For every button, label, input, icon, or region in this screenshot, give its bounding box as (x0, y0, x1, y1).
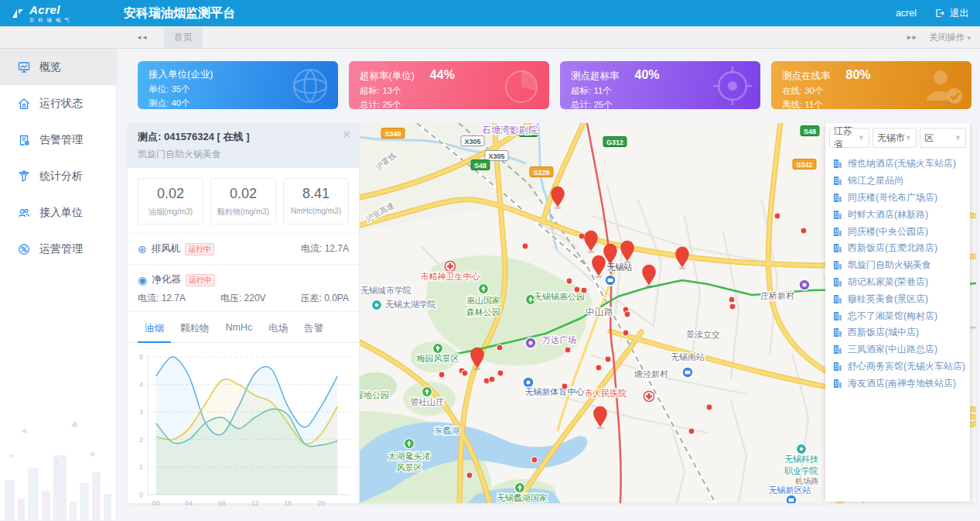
map-poi-tree-icon (515, 483, 525, 493)
poi-list-item[interactable]: 西新饭店(城中店) (833, 324, 966, 341)
map-dot-marker[interactable] (565, 347, 571, 353)
logo-text: Acrel (29, 3, 60, 16)
svg-text:04: 04 (185, 499, 193, 507)
card-percent: 40% (635, 68, 660, 82)
building-icon (833, 277, 842, 287)
map-dot-marker[interactable] (774, 213, 780, 219)
city-select[interactable]: 无锡市▼ (872, 128, 917, 148)
poi-list-item[interactable]: 舒心商务宾馆(无锡火车站店) (833, 358, 966, 375)
map-dot-marker[interactable] (522, 243, 528, 249)
map-dot-marker[interactable] (531, 457, 538, 463)
logout-icon (935, 9, 944, 18)
sidebar-item-statistics[interactable]: 统计分析 (0, 158, 116, 194)
poi-list-item[interactable]: 维也纳酒店(无锡火车站店) (833, 156, 966, 173)
close-icon[interactable]: ✕ (342, 129, 351, 141)
brand-logo: Acrel 安 科 瑞 电 气 (11, 4, 116, 23)
target-icon (709, 63, 754, 108)
device-field: 电流: 12.7A (301, 242, 349, 255)
building-icon (833, 243, 842, 253)
svg-text:5: 5 (139, 353, 143, 361)
device-purifier-row: ◉ 净化器 运行中 电流: 12.7A 电压: 220V 压差: 0.0PA (128, 264, 359, 311)
map-dot-marker[interactable] (729, 303, 736, 310)
map-dot-marker[interactable] (581, 287, 587, 293)
map-dot-marker[interactable] (801, 228, 807, 234)
tab-smoke[interactable]: 油烟 (138, 319, 171, 343)
map-dot-marker[interactable] (579, 233, 585, 239)
map-label: 太湖鼋头渚 (388, 451, 431, 461)
poi-list-item[interactable]: 锦江之星品尚 (833, 173, 966, 190)
map-dot-marker[interactable] (706, 404, 712, 410)
map-dot-marker[interactable] (729, 296, 735, 303)
poi-list-item[interactable]: 海友酒店(南禅寺地铁站店) (833, 375, 966, 392)
stat-card-units: 接入单位(企业) 单位: 35个 测点: 40个 (138, 61, 338, 109)
svg-text:2: 2 (139, 436, 143, 444)
tab-actions-dropdown[interactable]: 关闭操作 ▾ (929, 32, 971, 43)
map-dot-marker[interactable] (574, 286, 580, 293)
map-dot-marker[interactable] (688, 428, 695, 434)
building-icon (833, 344, 842, 355)
map-label: 惠山国家 (466, 296, 500, 305)
poi-list-item[interactable]: 西新饭店(五爱北路店) (833, 240, 966, 257)
poi-list-item[interactable]: 穆桂英美食(景区店) (833, 290, 966, 307)
road-shield: S342 (793, 159, 816, 170)
district-select[interactable]: 区▼ (920, 128, 966, 148)
map-dot-marker[interactable] (623, 330, 629, 336)
stat-card-exceed-rate-points: 测点超标率 40% 超标: 11个 总计: 25个 (560, 61, 760, 109)
map-label: 湿地公园 (360, 390, 389, 399)
sidebar-item-running-status[interactable]: 运行状态 (0, 85, 116, 122)
sidebar-item-operations[interactable]: 运营管理 (0, 231, 116, 267)
card-title: 接入单位(企业) (149, 68, 213, 81)
poi-list-item[interactable]: 凯旋门自助火锅美食 (833, 257, 966, 274)
map-dot-marker[interactable] (462, 370, 468, 376)
map-dot-marker[interactable] (596, 365, 602, 371)
map-label: 市人民医院 (585, 389, 627, 398)
poi-list-item[interactable]: 同庆楼(中央公园店) (833, 223, 966, 240)
logout-button[interactable]: 退出 (950, 7, 969, 20)
building-icon (833, 327, 842, 338)
pie-icon (498, 63, 543, 108)
province-select[interactable]: 江苏省▼ (829, 128, 869, 148)
map-dot-marker[interactable] (489, 376, 495, 382)
poi-list-item[interactable]: 三凤酒家(中山路总店) (833, 341, 966, 358)
poi-list-item[interactable]: 忘不了湘菜馆(梅村店) (833, 307, 966, 324)
sidebar-item-overview[interactable]: 概览 (0, 49, 116, 85)
chevron-down-icon: ▼ (954, 134, 961, 142)
poi-list-item[interactable]: 胡记私家菜(荣巷店) (833, 274, 966, 291)
map-dot-marker[interactable] (497, 344, 503, 351)
expand-tabs-icon[interactable]: ►► (906, 34, 917, 41)
tab-home[interactable]: 首页 (164, 27, 203, 48)
map-dot-marker[interactable] (497, 370, 504, 376)
map-label: 无锡蠡湖国家 (497, 493, 548, 502)
tab-alarm[interactable]: 告警 (297, 319, 330, 342)
map-label: 梅园风景区 (416, 354, 459, 363)
map-label: 无锡站 (607, 262, 633, 272)
sidebar: 概览 运行状态 告警管理 统计分析 接入单位 (0, 49, 116, 520)
map-dot-marker[interactable] (562, 383, 568, 389)
poi-list-item[interactable]: 时鲜大酒店(林新路) (833, 206, 966, 223)
map-poi-hospital-icon (446, 262, 456, 272)
tab-particles[interactable]: 颗粒物 (173, 319, 217, 342)
map-dot-marker[interactable] (605, 356, 611, 362)
map-label: 管社山庄 (410, 397, 444, 406)
road-shield: G312 (603, 137, 627, 147)
map-dot-marker[interactable] (566, 278, 572, 284)
building-icon (833, 210, 842, 220)
tab-efield[interactable]: 电场 (261, 319, 295, 342)
map-dot-marker[interactable] (466, 472, 473, 478)
map-dot-marker[interactable] (439, 372, 445, 378)
collapse-tabs-icon[interactable]: ◄◄ (136, 34, 147, 41)
svg-text:12: 12 (251, 499, 259, 507)
users-icon (17, 206, 31, 220)
card-percent: 80% (846, 68, 871, 82)
building-icon (833, 379, 842, 389)
building-icon (833, 159, 842, 169)
sidebar-item-connected-units[interactable]: 接入单位 (0, 194, 116, 231)
map-dot-marker[interactable] (624, 311, 630, 317)
username[interactable]: acrel (896, 8, 917, 19)
svg-text:08: 08 (218, 499, 226, 507)
sidebar-item-alarm-management[interactable]: 告警管理 (0, 122, 116, 158)
map-label: 无锡锡惠公园 (534, 292, 585, 301)
poi-list-item[interactable]: 同庆楼(哥伦布广场店) (833, 190, 966, 207)
tab-nmhc[interactable]: NmHc (219, 319, 260, 342)
monitor-point-subtitle: 凯旋门自助火锅美食 (138, 148, 349, 161)
